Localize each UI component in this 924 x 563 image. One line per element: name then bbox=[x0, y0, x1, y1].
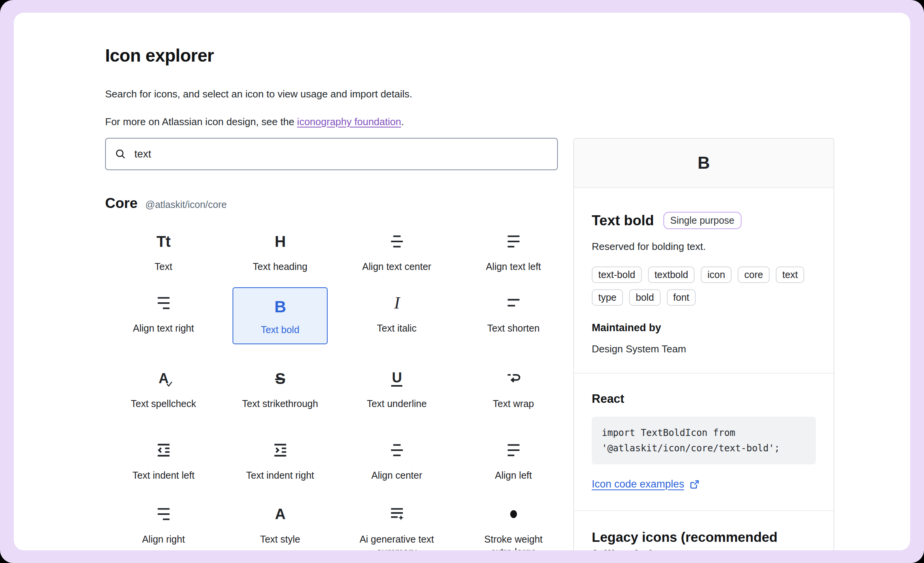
stroke-weight-extra-large-icon bbox=[505, 503, 522, 525]
icon-tile-ai-generative-text-summary[interactable]: Ai generative text summary bbox=[338, 498, 455, 550]
ai-generative-text-summary-icon bbox=[388, 503, 406, 525]
icon-tile-text-underline[interactable]: U Text underline bbox=[338, 363, 455, 434]
search-field[interactable] bbox=[105, 138, 558, 170]
icon-description: Reserved for bolding text. bbox=[592, 241, 816, 253]
icon-tile-align-left[interactable]: Align left bbox=[455, 434, 572, 498]
tag-chip: icon bbox=[701, 266, 732, 283]
page-background: Icon explorer Search for icons, and sele… bbox=[0, 0, 924, 563]
text-shorten-icon bbox=[505, 292, 522, 314]
tag-chip: core bbox=[738, 266, 770, 283]
react-heading: React bbox=[592, 392, 816, 406]
align-text-center-icon bbox=[388, 230, 406, 253]
icon-tile-align-right[interactable]: Align right bbox=[105, 498, 222, 550]
legacy-icons-heading: Legacy icons (recommended fallbacks) bbox=[592, 528, 784, 550]
icon-tile-text-shorten[interactable]: Text shorten bbox=[455, 287, 572, 363]
icon-code-examples-link[interactable]: Icon code examples bbox=[592, 478, 684, 490]
text-italic-icon: I bbox=[394, 292, 400, 314]
icon-tile-align-text-center[interactable]: Align text center bbox=[338, 226, 455, 287]
more-text: For more on Atlassian icon design, see t… bbox=[105, 116, 404, 128]
app-card: Icon explorer Search for icons, and sele… bbox=[14, 13, 910, 550]
align-left-icon bbox=[505, 439, 522, 461]
icon-detail-panel: B Text bold Single purpose Reserved for … bbox=[573, 138, 834, 550]
icon-tile-stroke-weight-extra-large[interactable]: Stroke weight extra large bbox=[455, 498, 572, 550]
icon-tile-align-center[interactable]: Align center bbox=[338, 434, 455, 498]
text-indent-right-icon bbox=[271, 439, 289, 461]
text-underline-icon: U bbox=[391, 367, 402, 390]
icon-code-examples-row: Icon code examples bbox=[592, 478, 816, 490]
section-divider bbox=[574, 373, 834, 374]
text-wrap-icon bbox=[505, 367, 522, 390]
maintained-by-value: Design System Team bbox=[592, 343, 816, 355]
icon-tile-text-indent-right[interactable]: Text indent right bbox=[222, 434, 338, 498]
panel-title: Text bold bbox=[592, 213, 654, 229]
external-link-icon bbox=[689, 479, 700, 490]
core-package-name: @atlaskit/icon/core bbox=[145, 199, 227, 210]
icon-tile-text-spellcheck[interactable]: A Text spellcheck bbox=[105, 363, 222, 434]
icon-tile-text-italic[interactable]: I Text italic bbox=[338, 287, 455, 363]
align-right-icon bbox=[155, 503, 172, 525]
page-title: Icon explorer bbox=[105, 45, 214, 66]
panel-body: Text bold Single purpose Reserved for bo… bbox=[574, 212, 834, 550]
icon-tile-text-strikethrough[interactable]: S Text strikethrough bbox=[222, 363, 338, 434]
core-section-header: Core @atlaskit/icon/core bbox=[105, 195, 227, 211]
core-title: Core bbox=[105, 195, 137, 211]
tag-chip: text bbox=[776, 266, 804, 283]
import-code-block: import TextBoldIcon from '@atlaskit/icon… bbox=[592, 417, 816, 464]
icon-tile-text-wrap[interactable]: Text wrap bbox=[455, 363, 572, 434]
keyword-tags: text-bold textbold icon core text type b… bbox=[592, 266, 816, 306]
icon-tile-align-text-left[interactable]: Align text left bbox=[455, 226, 572, 287]
text-indent-left-icon bbox=[155, 439, 172, 461]
intro-text: Search for icons, and select an icon to … bbox=[105, 88, 412, 100]
align-center-icon bbox=[388, 439, 406, 461]
search-icon bbox=[114, 148, 127, 160]
text-strikethrough-icon: S bbox=[275, 367, 285, 390]
tag-chip: font bbox=[667, 289, 696, 306]
icon-tile-text-bold-selected[interactable]: B Text bold bbox=[222, 287, 338, 363]
text-bold-preview-icon: B bbox=[698, 153, 710, 173]
align-text-right-icon bbox=[155, 292, 172, 314]
panel-preview-header: B bbox=[574, 139, 834, 188]
align-text-left-icon bbox=[505, 230, 522, 253]
maintained-by-heading: Maintained by bbox=[592, 322, 816, 334]
icon-tile-align-text-right[interactable]: Align text right bbox=[105, 287, 222, 363]
text-bold-icon: B bbox=[275, 296, 286, 318]
tag-chip: bold bbox=[629, 289, 660, 306]
icon-tile-text-style[interactable]: A Text style bbox=[222, 498, 338, 550]
icon-tile-text[interactable]: Tt Text bbox=[105, 226, 222, 287]
tag-chip: text-bold bbox=[592, 266, 642, 283]
section-divider bbox=[574, 510, 834, 511]
checkmark-icon bbox=[165, 380, 174, 389]
tag-chip: textbold bbox=[648, 266, 695, 283]
text-icon: Tt bbox=[157, 230, 171, 253]
single-purpose-badge: Single purpose bbox=[663, 212, 742, 229]
icon-grid: Tt Text H Text heading Align text center… bbox=[105, 226, 572, 550]
tag-chip: type bbox=[592, 289, 623, 306]
iconography-foundation-link[interactable]: iconography foundation bbox=[297, 116, 401, 127]
text-heading-icon: H bbox=[275, 230, 286, 253]
icon-tile-text-heading[interactable]: H Text heading bbox=[222, 226, 338, 287]
selected-tile[interactable]: B Text bold bbox=[233, 287, 328, 344]
text-style-icon: A bbox=[275, 503, 285, 525]
search-input[interactable] bbox=[134, 148, 549, 161]
icon-tile-text-indent-left[interactable]: Text indent left bbox=[105, 434, 222, 498]
text-spellcheck-icon: A bbox=[159, 367, 168, 390]
